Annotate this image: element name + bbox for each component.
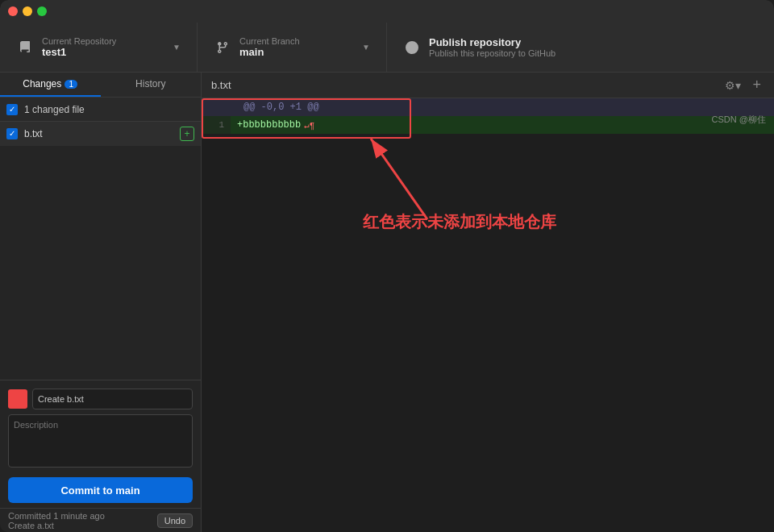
file-name: b.txt bbox=[24, 128, 180, 139]
status-left: Committed 1 minute ago Create a.txt bbox=[8, 511, 105, 530]
publish-sub: Publish this repository to GitHub bbox=[429, 48, 758, 58]
commit-summary-row bbox=[8, 389, 193, 409]
diff-line-num: 1 bbox=[202, 116, 231, 134]
list-item[interactable]: b.txt + bbox=[0, 122, 201, 146]
publish-icon bbox=[403, 39, 421, 56]
diff-meta-line: @@ -0,0 +1 @@ bbox=[202, 98, 774, 116]
select-all-checkbox[interactable] bbox=[6, 104, 18, 115]
file-checkbox[interactable] bbox=[6, 128, 18, 139]
current-repo-section[interactable]: Current Repository test1 ▼ bbox=[0, 23, 198, 72]
changed-files-count: 1 changed file bbox=[24, 104, 85, 115]
cn-annotation-text: 红色表示未添加到本地仓库 bbox=[363, 211, 556, 233]
plus-icon: + bbox=[752, 77, 761, 94]
content-actions: ⚙▾ + bbox=[722, 75, 764, 95]
maximize-button[interactable] bbox=[37, 6, 47, 16]
diff-area: @@ -0,0 +1 @@ 1 +bbbbbbbbbb ↵¶ bbox=[202, 98, 774, 134]
create-text: Create a.txt bbox=[8, 521, 54, 530]
minimize-button[interactable] bbox=[23, 6, 32, 16]
repo-chevron-icon: ▼ bbox=[173, 43, 181, 52]
diff-added-line: 1 +bbbbbbbbbb ↵¶ bbox=[202, 116, 774, 134]
sidebar: Changes 1 History 1 changed file b.txt + bbox=[0, 73, 202, 532]
diff-wrapper: @@ -0,0 +1 @@ 1 +bbbbbbbbbb ↵¶ bbox=[202, 98, 774, 134]
branch-label-top: Current Branch bbox=[239, 36, 354, 46]
gear-icon: ⚙▾ bbox=[725, 79, 741, 92]
branch-name: main bbox=[239, 46, 354, 58]
diff-meta-content: @@ -0,0 +1 @@ bbox=[202, 98, 774, 116]
commit-button[interactable]: Commit to main bbox=[8, 477, 193, 503]
changes-badge: 1 bbox=[64, 80, 77, 89]
status-bar: Committed 1 minute ago Create a.txt Undo bbox=[0, 508, 201, 532]
commit-description-input[interactable] bbox=[8, 414, 193, 468]
annotation-arrow bbox=[347, 131, 508, 227]
publish-section[interactable]: Publish repository Publish this reposito… bbox=[387, 23, 774, 72]
sidebar-tabs: Changes 1 History bbox=[0, 73, 201, 98]
commit-summary-input[interactable] bbox=[32, 389, 193, 409]
add-button[interactable]: + bbox=[749, 75, 764, 95]
diff-meta-text: @@ -0,0 +1 @@ bbox=[208, 102, 319, 113]
file-added-icon: + bbox=[180, 127, 194, 141]
branch-icon bbox=[214, 39, 231, 56]
content-area: b.txt ⚙▾ + @@ -0,0 +1 @@ bbox=[202, 73, 774, 532]
current-branch-section[interactable]: Current Branch main ▼ bbox=[198, 23, 387, 72]
close-button[interactable] bbox=[8, 6, 18, 16]
publish-label-top: Publish repository bbox=[429, 36, 758, 48]
committed-text: Committed 1 minute ago bbox=[8, 511, 105, 521]
undo-button[interactable]: Undo bbox=[157, 513, 193, 528]
branch-chevron-icon: ▼ bbox=[362, 43, 370, 52]
toolbar: Current Repository test1 ▼ Current Branc… bbox=[0, 23, 774, 73]
changed-files-header: 1 changed file bbox=[0, 98, 201, 122]
svg-line-1 bbox=[371, 139, 427, 219]
repo-label: Current Repository test1 bbox=[42, 36, 164, 58]
repo-icon bbox=[16, 39, 34, 56]
tab-changes[interactable]: Changes 1 bbox=[0, 73, 101, 97]
content-filename: b.txt bbox=[211, 79, 231, 91]
tab-history[interactable]: History bbox=[101, 73, 202, 97]
diff-line-content: +bbbbbbbbbb ↵¶ bbox=[231, 119, 774, 131]
main-layout: Changes 1 History 1 changed file b.txt + bbox=[0, 73, 774, 532]
repo-name: test1 bbox=[42, 46, 164, 58]
diff-eol-icon: ↵¶ bbox=[304, 120, 314, 131]
repo-label-top: Current Repository bbox=[42, 36, 164, 46]
commit-area: Commit to main bbox=[0, 380, 201, 508]
diff-line-text: +bbbbbbbbbb bbox=[237, 119, 301, 131]
file-list: b.txt + bbox=[0, 122, 201, 380]
traffic-lights bbox=[8, 6, 47, 16]
gear-button[interactable]: ⚙▾ bbox=[722, 77, 744, 94]
publish-label: Publish repository Publish this reposito… bbox=[429, 36, 758, 58]
titlebar bbox=[0, 0, 774, 23]
commit-avatar bbox=[8, 389, 27, 409]
branch-label: Current Branch main bbox=[239, 36, 354, 58]
content-header: b.txt ⚙▾ + bbox=[202, 73, 774, 98]
